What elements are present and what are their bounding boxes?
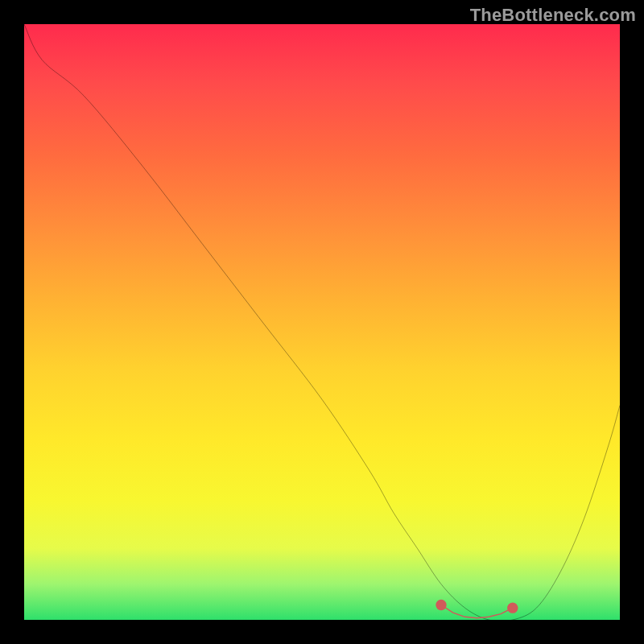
plot-area	[24, 24, 620, 620]
marker-endcap	[507, 603, 518, 613]
chart-svg	[24, 24, 620, 620]
optimal-range-marker	[441, 605, 513, 618]
watermark-text: TheBottleneck.com	[470, 5, 636, 26]
bottleneck-curve	[24, 24, 620, 621]
chart-frame: TheBottleneck.com	[0, 0, 644, 644]
marker-endcap	[436, 600, 446, 610]
